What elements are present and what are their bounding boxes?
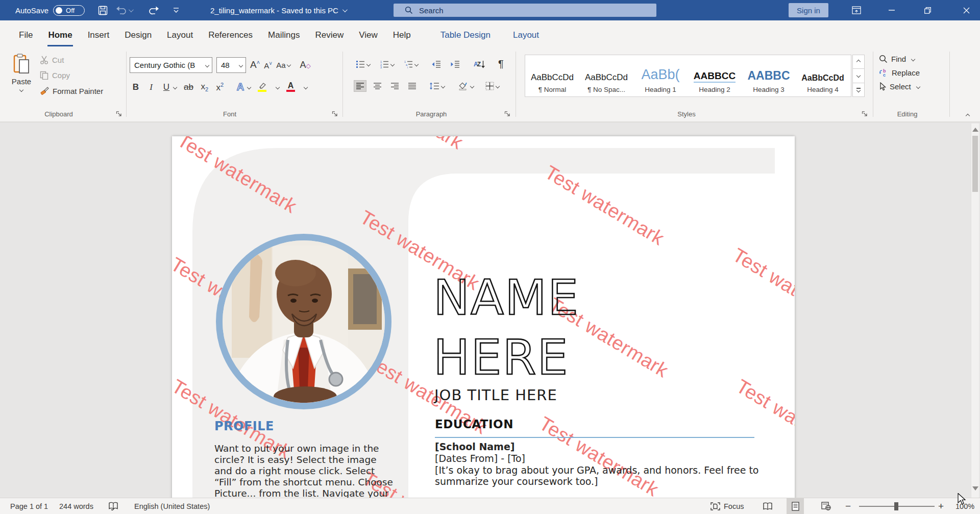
font-name-combobox[interactable]: Century Gothic (B	[130, 57, 212, 73]
numbering-button[interactable]: 1 2 3	[378, 59, 396, 70]
shading-button[interactable]	[457, 81, 475, 92]
education-description-line[interactable]: [It’s okay to brag about your GPA, award…	[435, 464, 758, 476]
job-title[interactable]: JOB TITLE HERE	[434, 386, 557, 404]
bullets-button[interactable]	[354, 59, 372, 70]
multilevel-list-button[interactable]: 1 a i	[402, 59, 420, 70]
proofing-status-button[interactable]	[108, 498, 118, 514]
cut-button[interactable]: Cut	[40, 56, 103, 64]
profile-heading[interactable]: PROFILE	[214, 419, 274, 433]
close-button[interactable]	[952, 0, 980, 20]
clear-formatting-button[interactable]: A◇	[300, 60, 310, 70]
font-size-combobox[interactable]: 48	[216, 57, 246, 73]
name-heading[interactable]: NAME HERE	[433, 268, 579, 387]
education-heading[interactable]: EDUCATION	[435, 418, 513, 431]
text-effects-button[interactable]: A	[236, 81, 244, 93]
page-indicator[interactable]: Page 1 of 1	[10, 498, 48, 514]
autosave-toggle[interactable]: AutoSave Off	[15, 0, 85, 20]
justify-button[interactable]	[406, 81, 418, 91]
ribbon-display-options-button[interactable]	[845, 0, 868, 20]
tab-view[interactable]: View	[351, 20, 385, 50]
document-page[interactable]: Test watermark Test watermark Test water…	[172, 136, 795, 498]
align-left-button[interactable]	[354, 81, 366, 91]
restore-button[interactable]	[916, 0, 939, 20]
scroll-down-button[interactable]	[972, 486, 978, 491]
tab-table-design[interactable]: Table Design	[433, 20, 498, 50]
subscript-button[interactable]: x2	[201, 82, 209, 92]
copy-button[interactable]: Copy	[40, 71, 103, 80]
tab-mailings[interactable]: Mailings	[260, 20, 307, 50]
tab-insert[interactable]: Insert	[80, 20, 117, 50]
profile-text-line[interactable]: and do a right mouse click. Select	[214, 466, 375, 476]
style-normal[interactable]: AaBbCcDd ¶ Normal	[525, 55, 579, 96]
paragraph-dialog-launcher[interactable]	[504, 111, 511, 118]
undo-button[interactable]	[115, 0, 133, 20]
increase-indent-button[interactable]	[449, 59, 461, 70]
tab-layout[interactable]: Layout	[159, 20, 201, 50]
tab-review[interactable]: Review	[307, 20, 351, 50]
style-heading-1[interactable]: AaBb( Heading 1	[633, 55, 688, 96]
education-school[interactable]: [School Name]	[435, 441, 514, 452]
select-button[interactable]: Select	[879, 82, 920, 91]
profile-text-line[interactable]: “Fill” from the shortcut menu. Choose	[214, 477, 393, 487]
paste-button[interactable]: Paste	[8, 54, 35, 94]
web-layout-button[interactable]	[817, 498, 835, 514]
find-button[interactable]: Find	[879, 55, 920, 63]
word-count[interactable]: 244 words	[59, 498, 93, 514]
decrease-indent-button[interactable]	[430, 59, 443, 70]
scroll-up-button[interactable]	[972, 128, 978, 132]
print-layout-button[interactable]	[787, 498, 804, 514]
education-description-line[interactable]: summarize your coursework too.]	[435, 476, 598, 487]
shrink-font-button[interactable]: A˅	[264, 61, 272, 70]
save-button[interactable]	[95, 0, 110, 20]
borders-button[interactable]	[484, 80, 501, 92]
sort-button[interactable]: A Z	[472, 59, 487, 70]
profile-text-line[interactable]: Want to put your own image in the	[214, 443, 379, 454]
change-case-button[interactable]: Aa	[276, 61, 290, 69]
zoom-out-button[interactable]: −	[845, 498, 851, 514]
styles-scroll-down-button[interactable]	[852, 69, 865, 83]
line-spacing-button[interactable]	[428, 81, 446, 91]
styles-dialog-launcher[interactable]	[862, 111, 869, 118]
profile-text-line[interactable]: Picture... from the list. Navigate your	[214, 488, 389, 498]
customize-quick-access-toolbar-button[interactable]	[168, 0, 184, 20]
sign-in-button[interactable]: Sign in	[789, 3, 828, 17]
style-heading-2[interactable]: AABBCC Heading 2	[688, 55, 742, 96]
education-dates[interactable]: [Dates From] - [To]	[435, 453, 525, 464]
vertical-scrollbar[interactable]	[971, 124, 979, 498]
scrollbar-thumb[interactable]	[972, 136, 978, 192]
profile-text-line[interactable]: circle? It is easy! Select the image	[214, 454, 377, 465]
focus-mode-button[interactable]: Focus	[710, 498, 744, 514]
highlight-color-button[interactable]	[258, 82, 267, 92]
styles-expand-gallery-button[interactable]	[852, 83, 865, 97]
collapse-ribbon-button[interactable]	[964, 112, 971, 117]
zoom-in-button[interactable]: +	[938, 498, 944, 514]
align-right-button[interactable]	[389, 81, 401, 91]
tab-layout-contextual[interactable]: Layout	[505, 20, 547, 50]
align-center-button[interactable]	[372, 81, 383, 91]
font-dialog-launcher[interactable]	[332, 111, 339, 118]
bold-button[interactable]: B	[132, 82, 140, 92]
language-status[interactable]: English (United States)	[134, 498, 210, 514]
font-color-button[interactable]: A	[286, 82, 295, 92]
italic-button[interactable]: I	[147, 82, 155, 92]
show-hide-formatting-button[interactable]: ¶	[497, 57, 505, 71]
grow-font-button[interactable]: A˄	[250, 59, 260, 70]
redo-button[interactable]	[146, 0, 161, 20]
autosave-switch[interactable]: Off	[53, 5, 85, 16]
tab-help[interactable]: Help	[385, 20, 419, 50]
replace-button[interactable]: b c Replace	[879, 68, 920, 77]
styles-scroll-up-button[interactable]	[852, 55, 865, 69]
style-no-spacing[interactable]: AaBbCcDd ¶ No Spac...	[579, 55, 633, 96]
tab-file[interactable]: File	[11, 20, 40, 50]
zoom-slider-handle[interactable]	[894, 502, 898, 510]
tab-references[interactable]: References	[201, 20, 260, 50]
underline-button[interactable]: U	[162, 82, 170, 92]
minimize-button[interactable]	[880, 0, 903, 20]
document-title[interactable]: 2_tiling_watermark - Saved to this PC	[210, 0, 346, 20]
tab-design[interactable]: Design	[117, 20, 159, 50]
search-box[interactable]: Search	[394, 4, 656, 17]
read-mode-button[interactable]	[759, 498, 776, 514]
superscript-button[interactable]: x2	[216, 82, 224, 93]
strikethrough-button[interactable]: ab	[184, 82, 193, 92]
format-painter-button[interactable]: Format Painter	[40, 86, 103, 95]
